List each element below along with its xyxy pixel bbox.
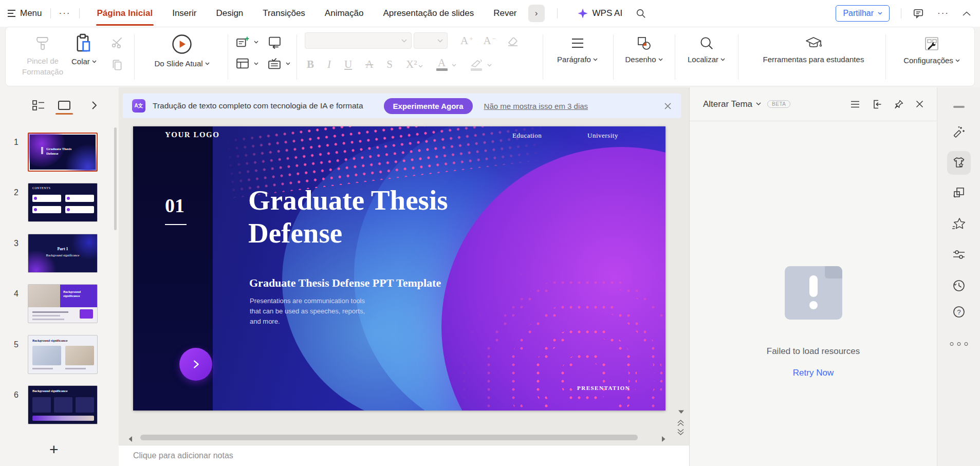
hamburger-icon: [7, 10, 16, 17]
dismiss-3-days-link[interactable]: Não me mostra isso em 3 dias: [484, 102, 588, 110]
slide-master-button[interactable]: [268, 57, 282, 70]
tab-design[interactable]: Design: [215, 1, 244, 26]
notes-area[interactable]: Clique para adicionar notas: [119, 445, 689, 466]
canvas-scroll-down-button[interactable]: [678, 407, 685, 416]
import-theme-button[interactable]: [872, 100, 882, 109]
slide-thumbnail-6[interactable]: Background significance: [28, 385, 98, 424]
titlebar-more-button[interactable]: ···: [937, 8, 949, 18]
effects-button[interactable]: [952, 217, 966, 231]
slide-education-text[interactable]: Education: [512, 132, 542, 140]
ai-translate-icon: A文: [132, 99, 145, 113]
draw-button[interactable]: Desenho: [620, 35, 668, 64]
paste-button[interactable]: Colar: [71, 33, 97, 66]
settings-button[interactable]: Configurações: [896, 35, 968, 65]
slide-title[interactable]: Graduate Thesis Defense: [248, 184, 448, 250]
history-button[interactable]: [952, 279, 966, 292]
slide-thumbnail-3[interactable]: Part 1 Background significance: [28, 234, 98, 273]
notes-placeholder: Clique para adicionar notas: [133, 451, 233, 460]
expand-panel-button[interactable]: [91, 101, 97, 113]
new-slide-button[interactable]: [236, 35, 250, 49]
hscroll-left-button[interactable]: [128, 435, 133, 444]
student-tools-button[interactable]: Ferramentas para estudantes: [750, 35, 877, 64]
chevron-down-icon: [593, 58, 598, 61]
slide-thumbnail-4[interactable]: Background significance: [28, 284, 98, 323]
titlebar: Menu ··· Página Inicial Inserir Design T…: [0, 0, 980, 27]
tab-transicoes[interactable]: Transições: [262, 1, 306, 26]
slide-play-button[interactable]: [179, 348, 212, 381]
theme-panel-title-dropdown[interactable]: Alterar Tema: [703, 99, 761, 109]
slide-thumbnail-1[interactable]: Graduate ThesisDefense: [28, 133, 98, 172]
slide-thumbnail-2[interactable]: CONTENTS: [28, 183, 98, 222]
thumbnail-view-button[interactable]: [58, 100, 71, 114]
retry-now-link[interactable]: Retry Now: [690, 368, 937, 378]
wps-ai-button[interactable]: WPS AI: [577, 8, 623, 19]
slide-number: 3: [7, 239, 19, 248]
chevron-down-icon: [878, 12, 882, 15]
chevron-down-icon: [401, 39, 407, 43]
bold-button: B: [307, 58, 314, 71]
collapse-ribbon-button[interactable]: [963, 11, 971, 16]
hscroll-right-button[interactable]: [661, 435, 666, 444]
change-theme-panel: Alterar Tema BETA: [689, 87, 937, 466]
strikethrough-button: S: [386, 58, 393, 71]
try-now-button[interactable]: Experimente Agora: [384, 98, 473, 114]
find-button[interactable]: Localizar: [682, 35, 731, 64]
slide-layout-button[interactable]: [236, 57, 250, 70]
play-from-current-slide-button[interactable]: Do Slide Atual: [143, 33, 220, 68]
tab-animacao[interactable]: Animação: [324, 1, 365, 26]
help-button[interactable]: ?: [952, 305, 966, 319]
paragraph-icon: [570, 35, 585, 51]
slide-thumbnail-5[interactable]: Background significance: [28, 335, 98, 374]
comments-button[interactable]: [913, 8, 924, 19]
share-button[interactable]: Partilhar: [836, 5, 890, 22]
theme-list-view-button[interactable]: [850, 101, 860, 108]
reset-slide-button[interactable]: [268, 35, 282, 49]
slide-body-text[interactable]: Presentations are communication tools th…: [250, 296, 372, 327]
divider: [675, 34, 675, 80]
close-icon: [664, 102, 672, 110]
horizontal-scrollbar[interactable]: [140, 435, 638, 440]
tab-pagina-inicial[interactable]: Página Inicial: [96, 1, 154, 26]
tab-rever[interactable]: Rever: [492, 1, 517, 26]
chevron-down-icon: [955, 59, 960, 62]
ribbon-tabs: Página Inicial Inserir Design Transições…: [96, 1, 545, 26]
quick-access-overflow[interactable]: ···: [59, 8, 71, 18]
question-icon: ?: [952, 305, 966, 319]
slide-section-number[interactable]: 01: [165, 194, 184, 217]
paragraph-button[interactable]: Parágrafo: [550, 35, 604, 64]
pin-panel-button[interactable]: [894, 100, 903, 109]
chevron-down-icon[interactable]: [286, 62, 290, 65]
transition-objects-button[interactable]: [952, 186, 966, 199]
decor-halftone-rings: [452, 270, 665, 411]
outline-view-button[interactable]: [32, 100, 45, 114]
previous-slide-button[interactable]: [677, 419, 685, 428]
search-button[interactable]: [636, 8, 646, 18]
tab-inserir[interactable]: Inserir: [171, 1, 197, 26]
triangle-left-icon: [128, 436, 133, 442]
close-panel-button[interactable]: [916, 100, 923, 108]
graduation-cap-icon: [805, 35, 822, 51]
chevron-down-icon[interactable]: [254, 41, 258, 44]
tab-apresentacao[interactable]: Apresentação de slides: [382, 1, 475, 26]
divider: [738, 34, 738, 80]
slide-canvas[interactable]: YOUR LOGO Education University 01 Gradua…: [133, 126, 665, 411]
smart-features-button[interactable]: [952, 125, 966, 139]
collapse-strip-button[interactable]: [953, 106, 965, 108]
main-menu-button[interactable]: Menu: [7, 8, 42, 18]
banner-close-button[interactable]: [664, 102, 672, 110]
slide-logo-text[interactable]: YOUR LOGO: [165, 131, 219, 139]
next-slide-button[interactable]: [677, 428, 685, 438]
format-painter-label-2: Formatação: [22, 67, 63, 77]
adjust-settings-button[interactable]: [952, 248, 966, 260]
theme-tshirt-icon: [952, 156, 966, 170]
slide-subtitle[interactable]: Graduate Thesis Defense PPT Template: [249, 276, 441, 290]
chevron-down-icon[interactable]: [254, 62, 258, 65]
more-tabs-button[interactable]: ›: [528, 5, 545, 22]
add-slide-button[interactable]: +: [49, 441, 59, 458]
strip-more-button[interactable]: [950, 342, 968, 346]
change-theme-button[interactable]: [947, 151, 971, 175]
slide-university-text[interactable]: University: [587, 132, 618, 140]
search-icon: [636, 8, 646, 18]
slide-footer-text[interactable]: PRESENTATION: [577, 385, 630, 391]
sidebar-scrollbar[interactable]: [114, 127, 117, 230]
